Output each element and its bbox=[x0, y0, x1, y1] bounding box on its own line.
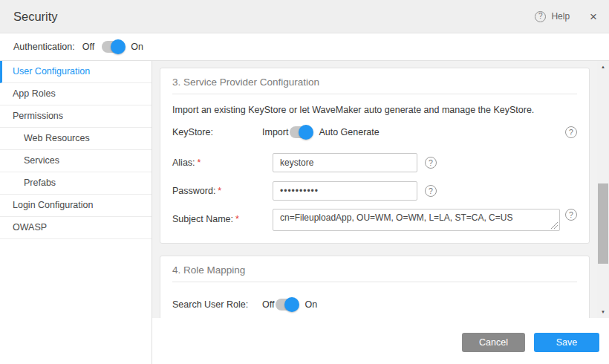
search-user-role-label: Search User Role: bbox=[172, 299, 273, 310]
search-user-role-on-label: On bbox=[304, 299, 317, 310]
subject-name-label: Subject Name:* bbox=[172, 214, 273, 224]
search-user-role-toggle[interactable] bbox=[276, 299, 298, 311]
section-role-mapping: 4. Role Mapping Search User Role: Off On bbox=[160, 256, 590, 318]
keystore-toggle-group: Import Auto Generate bbox=[262, 126, 380, 138]
sidebar: User Configuration App Roles Permissions… bbox=[0, 61, 152, 364]
main-content: 3. Service Provider Configuration Import… bbox=[152, 61, 597, 318]
dialog-footer: Cancel Save bbox=[152, 318, 609, 364]
toggle-knob-icon bbox=[111, 39, 126, 54]
scroll-up-icon[interactable]: ▲ bbox=[597, 65, 609, 69]
sidebar-item-app-roles[interactable]: App Roles bbox=[0, 83, 152, 105]
sidebar-item-web-resources[interactable]: Web Resources bbox=[0, 128, 152, 150]
search-user-role-toggle-group: Off On bbox=[262, 299, 317, 311]
help-icon: ? bbox=[535, 11, 546, 22]
required-asterisk: * bbox=[235, 214, 239, 224]
security-dialog: Security ? Help × Authentication: Off On… bbox=[0, 0, 609, 364]
keystore-toggle[interactable] bbox=[290, 126, 312, 138]
help-button[interactable]: ? Help bbox=[535, 11, 570, 22]
sidebar-item-login-configuration[interactable]: Login Configuration bbox=[0, 195, 152, 217]
toggle-knob-icon bbox=[299, 125, 313, 140]
vertical-scrollbar[interactable]: ▲ ▼ bbox=[597, 61, 609, 318]
keystore-label: KeyStore: bbox=[172, 127, 273, 137]
cancel-button[interactable]: Cancel bbox=[462, 333, 525, 352]
sidebar-item-owasp[interactable]: OWASP bbox=[0, 217, 152, 239]
scrollbar-thumb[interactable] bbox=[598, 183, 608, 264]
keystore-auto-generate-label: Auto Generate bbox=[319, 127, 379, 137]
section-title: 3. Service Provider Configuration bbox=[172, 77, 577, 94]
page-title: Security bbox=[13, 10, 58, 24]
authentication-toggle[interactable] bbox=[102, 41, 124, 53]
keystore-help-icon[interactable]: ? bbox=[565, 126, 577, 138]
subject-name-row: Subject Name:* cn=FileuploadApp, OU=WM, … bbox=[172, 209, 577, 231]
keystore-import-label: Import bbox=[262, 127, 288, 137]
dialog-body: User Configuration App Roles Permissions… bbox=[0, 61, 609, 364]
password-help-icon[interactable]: ? bbox=[425, 185, 437, 197]
close-icon[interactable]: × bbox=[590, 10, 597, 23]
password-input[interactable] bbox=[273, 181, 417, 201]
search-user-role-row: Search User Role: Off On bbox=[172, 299, 577, 311]
authentication-bar: Authentication: Off On bbox=[0, 33, 609, 61]
keystore-row: KeyStore: Import Auto Generate ? bbox=[172, 126, 577, 138]
header-actions: ? Help × bbox=[535, 10, 597, 23]
section-title: 4. Role Mapping bbox=[172, 264, 577, 282]
sidebar-item-user-configuration[interactable]: User Configuration bbox=[0, 61, 152, 83]
save-button[interactable]: Save bbox=[534, 333, 599, 352]
sidebar-item-prefabs[interactable]: Prefabs bbox=[0, 172, 152, 195]
alias-input[interactable] bbox=[273, 153, 417, 172]
scroll-down-icon[interactable]: ▼ bbox=[597, 310, 609, 314]
authentication-off-label: Off bbox=[82, 42, 94, 52]
password-row: Password:* ? bbox=[172, 181, 577, 201]
sidebar-item-services[interactable]: Services bbox=[0, 150, 152, 172]
sidebar-item-permissions[interactable]: Permissions bbox=[0, 105, 152, 128]
search-user-role-off-label: Off bbox=[262, 299, 274, 310]
section-service-provider-configuration: 3. Service Provider Configuration Import… bbox=[160, 68, 590, 244]
subject-name-help-icon[interactable]: ? bbox=[565, 209, 577, 221]
toggle-knob-icon bbox=[284, 297, 299, 312]
keystore-description: Import an existing KeyStore or let WaveM… bbox=[172, 105, 577, 115]
scroll-zone: 3. Service Provider Configuration Import… bbox=[152, 61, 609, 318]
dialog-header: Security ? Help × bbox=[0, 0, 609, 33]
alias-label: Alias:* bbox=[172, 157, 273, 168]
authentication-label: Authentication: bbox=[13, 42, 75, 52]
required-asterisk: * bbox=[218, 186, 221, 196]
help-label: Help bbox=[551, 11, 570, 22]
required-asterisk: * bbox=[198, 157, 201, 168]
main-column: 3. Service Provider Configuration Import… bbox=[152, 61, 609, 364]
alias-help-icon[interactable]: ? bbox=[425, 157, 437, 169]
alias-row: Alias:* ? bbox=[172, 153, 577, 172]
subject-name-textarea-wrap: cn=FileuploadApp, OU=WM, O=WM, L=LA, ST=… bbox=[273, 209, 560, 231]
subject-name-textarea[interactable]: cn=FileuploadApp, OU=WM, O=WM, L=LA, ST=… bbox=[273, 209, 560, 231]
authentication-on-label: On bbox=[131, 42, 143, 52]
password-label: Password:* bbox=[172, 186, 273, 196]
